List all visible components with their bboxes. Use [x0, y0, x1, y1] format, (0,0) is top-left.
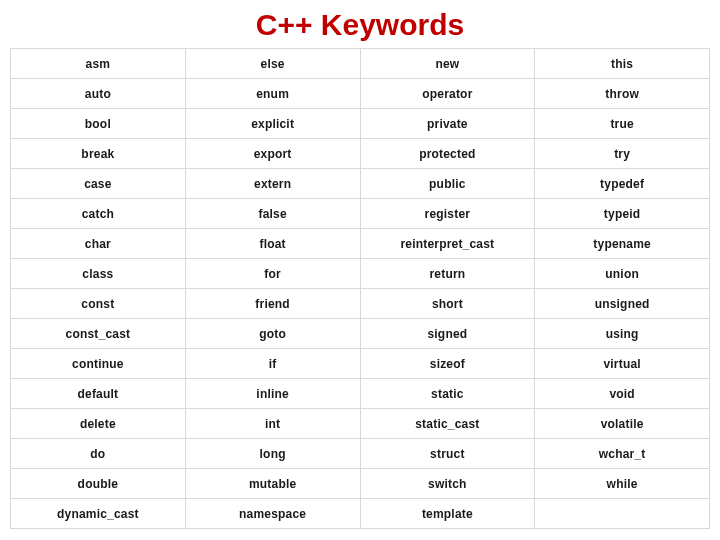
keyword-cell: goto	[185, 319, 360, 349]
page-title: C++ Keywords	[0, 0, 720, 48]
keyword-cell: class	[11, 259, 186, 289]
keyword-cell: case	[11, 169, 186, 199]
keyword-cell: if	[185, 349, 360, 379]
keyword-cell: static	[360, 379, 535, 409]
keyword-cell: do	[11, 439, 186, 469]
keyword-cell: inline	[185, 379, 360, 409]
keyword-cell: double	[11, 469, 186, 499]
keyword-cell: sizeof	[360, 349, 535, 379]
keyword-cell: void	[535, 379, 710, 409]
keyword-cell: unsigned	[535, 289, 710, 319]
keyword-cell: template	[360, 499, 535, 529]
table-row: breakexportprotectedtry	[11, 139, 710, 169]
keyword-cell: bool	[11, 109, 186, 139]
keyword-cell: delete	[11, 409, 186, 439]
keyword-cell: wchar_t	[535, 439, 710, 469]
table-row: caseexternpublictypedef	[11, 169, 710, 199]
keyword-cell: const_cast	[11, 319, 186, 349]
keyword-cell: export	[185, 139, 360, 169]
keyword-cell: long	[185, 439, 360, 469]
table-row: asmelsenewthis	[11, 49, 710, 79]
table-row: boolexplicitprivatetrue	[11, 109, 710, 139]
keyword-cell: int	[185, 409, 360, 439]
table-row: constfriendshortunsigned	[11, 289, 710, 319]
keyword-cell: enum	[185, 79, 360, 109]
keyword-cell: mutable	[185, 469, 360, 499]
keyword-cell: true	[535, 109, 710, 139]
keyword-cell: operator	[360, 79, 535, 109]
keyword-cell: for	[185, 259, 360, 289]
keyword-cell: continue	[11, 349, 186, 379]
keyword-cell: public	[360, 169, 535, 199]
table-row: autoenumoperatorthrow	[11, 79, 710, 109]
keyword-cell: false	[185, 199, 360, 229]
keyword-cell: using	[535, 319, 710, 349]
keyword-cell: signed	[360, 319, 535, 349]
keyword-cell: union	[535, 259, 710, 289]
table-row: const_castgotosignedusing	[11, 319, 710, 349]
keyword-cell: break	[11, 139, 186, 169]
keyword-cell: reinterpret_cast	[360, 229, 535, 259]
keyword-cell: typeid	[535, 199, 710, 229]
keyword-cell: return	[360, 259, 535, 289]
keyword-cell: typedef	[535, 169, 710, 199]
table-row: catchfalseregistertypeid	[11, 199, 710, 229]
keyword-cell: register	[360, 199, 535, 229]
keyword-cell: protected	[360, 139, 535, 169]
table-row: dolongstructwchar_t	[11, 439, 710, 469]
table-row: deleteintstatic_castvolatile	[11, 409, 710, 439]
keyword-cell: static_cast	[360, 409, 535, 439]
keyword-cell: throw	[535, 79, 710, 109]
keyword-cell: new	[360, 49, 535, 79]
keyword-cell: volatile	[535, 409, 710, 439]
keyword-cell: const	[11, 289, 186, 319]
keyword-cell: char	[11, 229, 186, 259]
keyword-cell: catch	[11, 199, 186, 229]
table-row: doublemutableswitchwhile	[11, 469, 710, 499]
keyword-cell: extern	[185, 169, 360, 199]
table-row: classforreturnunion	[11, 259, 710, 289]
keyword-cell: else	[185, 49, 360, 79]
keyword-cell: typename	[535, 229, 710, 259]
keyword-cell: explicit	[185, 109, 360, 139]
keyword-cell: dynamic_cast	[11, 499, 186, 529]
keyword-cell: default	[11, 379, 186, 409]
keyword-cell: short	[360, 289, 535, 319]
keywords-table-wrap: asmelsenewthisautoenumoperatorthrowboole…	[0, 48, 720, 529]
keyword-cell: auto	[11, 79, 186, 109]
keyword-cell: float	[185, 229, 360, 259]
table-row: dynamic_castnamespacetemplate	[11, 499, 710, 529]
keyword-cell: namespace	[185, 499, 360, 529]
keywords-table: asmelsenewthisautoenumoperatorthrowboole…	[10, 48, 710, 529]
keyword-cell: struct	[360, 439, 535, 469]
table-row: defaultinlinestaticvoid	[11, 379, 710, 409]
keyword-cell: friend	[185, 289, 360, 319]
keyword-cell: switch	[360, 469, 535, 499]
keyword-cell	[535, 499, 710, 529]
keyword-cell: private	[360, 109, 535, 139]
table-row: charfloatreinterpret_casttypename	[11, 229, 710, 259]
keyword-cell: asm	[11, 49, 186, 79]
table-row: continueifsizeofvirtual	[11, 349, 710, 379]
keyword-cell: try	[535, 139, 710, 169]
keyword-cell: virtual	[535, 349, 710, 379]
keyword-cell: while	[535, 469, 710, 499]
keyword-cell: this	[535, 49, 710, 79]
